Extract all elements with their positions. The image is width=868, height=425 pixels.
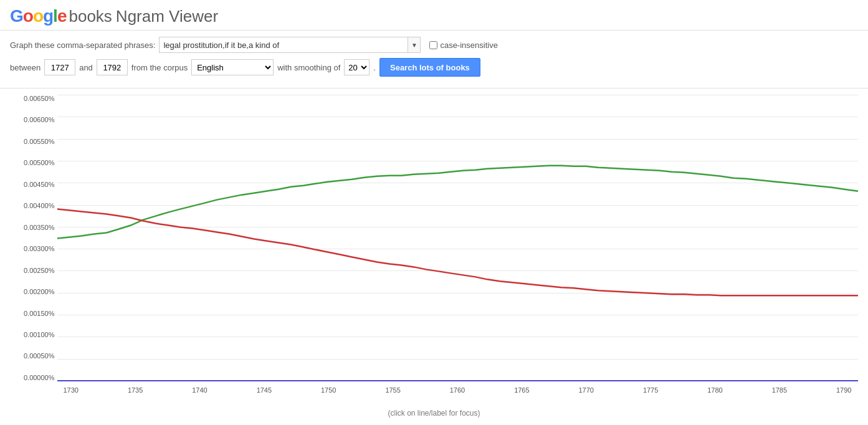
year-from-input[interactable] <box>44 59 75 75</box>
y-label: 0.00450% <box>24 181 55 188</box>
y-label: 0.00100% <box>24 331 55 338</box>
y-label: 0.00350% <box>24 224 55 231</box>
from-corpus-label: from the corpus <box>131 63 188 72</box>
y-label: 0.00000% <box>24 374 55 381</box>
case-insensitive-label[interactable]: case-insensitive <box>429 41 498 50</box>
smoothing-label: with smoothing of <box>277 63 340 72</box>
phrase-input[interactable] <box>159 37 408 53</box>
y-label: 0.00050% <box>24 352 55 360</box>
x-label: 1760 <box>450 386 465 394</box>
x-label: 1785 <box>772 386 787 394</box>
smoothing-select[interactable]: 01234 56789 1015202530 <box>344 59 370 75</box>
y-label: 0.00650% <box>24 95 55 102</box>
x-label: 1765 <box>514 386 529 394</box>
books-label: books <box>69 7 112 26</box>
google-logo: Google <box>10 6 66 26</box>
x-label: 1745 <box>257 386 272 394</box>
phrase-label: Graph these comma-separated phrases: <box>10 41 155 50</box>
logo: Google books Ngram Viewer <box>10 6 858 26</box>
y-label: 0.00500% <box>24 159 55 166</box>
y-label: 0.00200% <box>24 288 55 295</box>
if-it-be-line[interactable] <box>57 209 858 296</box>
case-insensitive-checkbox[interactable] <box>429 41 437 49</box>
x-label: 1755 <box>385 386 400 394</box>
x-label: 1780 <box>707 386 722 394</box>
y-label: 0.00550% <box>24 138 55 145</box>
x-label: 1750 <box>321 386 336 394</box>
search-button[interactable]: Search lots of books <box>379 58 480 77</box>
chart-plot: a kind of if it be legal prostitution <box>57 95 858 381</box>
x-label: 1790 <box>836 386 851 394</box>
y-label: 0.00400% <box>24 202 55 209</box>
x-label: 1730 <box>64 386 79 394</box>
and-label: and <box>79 63 93 72</box>
chart-container: 0.00650% 0.00600% 0.00550% 0.00500% 0.00… <box>11 95 858 406</box>
year-to-input[interactable] <box>97 59 128 75</box>
phrase-dropdown-arrow[interactable]: ▼ <box>408 37 421 53</box>
y-axis: 0.00650% 0.00600% 0.00550% 0.00500% 0.00… <box>11 95 57 381</box>
y-label: 0.00250% <box>24 267 55 274</box>
y-label: 0.00150% <box>24 310 55 317</box>
chart-svg <box>57 95 858 381</box>
ngram-viewer-label: Ngram Viewer <box>116 7 218 26</box>
x-label: 1770 <box>579 386 594 394</box>
x-label: 1740 <box>192 386 207 394</box>
click-hint: (click on line/label for focus) <box>10 406 858 420</box>
corpus-select[interactable]: English American English British English… <box>191 59 274 75</box>
y-label: 0.00300% <box>24 245 55 252</box>
x-label: 1775 <box>643 386 658 394</box>
between-label: between <box>10 63 41 72</box>
smoothing-period: . <box>373 63 376 72</box>
x-label: 1735 <box>128 386 143 394</box>
x-axis: 1730 1735 1740 1745 1750 1755 1760 1765 … <box>57 386 858 394</box>
y-label: 0.00600% <box>24 116 55 123</box>
